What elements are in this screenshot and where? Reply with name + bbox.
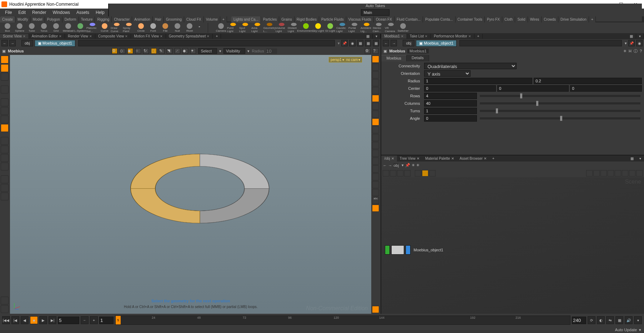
tool-icon[interactable]: ✦	[190, 48, 196, 54]
shelf-tab[interactable]: Lights and Ca...	[231, 16, 261, 22]
path-level[interactable]: obj	[393, 163, 399, 168]
pane-tab[interactable]: Take List✕	[407, 34, 431, 39]
select-mode-dropdown[interactable]: Select	[198, 48, 217, 54]
pane-options-icon[interactable]: ▦	[363, 34, 373, 39]
display-option-button[interactable]	[372, 118, 379, 125]
columns-input[interactable]	[424, 100, 477, 107]
shelf-tab[interactable]: Particles	[261, 16, 279, 22]
display-option-button[interactable]	[372, 165, 379, 173]
list-view-icon[interactable]	[383, 170, 389, 176]
nav-back-button[interactable]: ←	[1, 40, 8, 46]
pin-icon[interactable]: 📌	[628, 40, 635, 46]
center-z-input[interactable]	[570, 85, 642, 92]
network-tab[interactable]: Material Palette✕	[422, 155, 457, 162]
lasso-icon[interactable]: ○	[135, 48, 141, 54]
timeline-option-button[interactable]: 🔊	[625, 316, 633, 324]
link-icon[interactable]: ✳	[412, 163, 415, 168]
nav-back-button[interactable]: ←	[383, 163, 387, 168]
timeline-option-button[interactable]: ▾	[634, 316, 642, 324]
display-option-button[interactable]	[372, 111, 379, 118]
shelf-tab[interactable]: Texture	[79, 16, 95, 22]
shelf-tool-geometryl[interactable]: Geometry L...	[263, 23, 276, 33]
network-tool-button[interactable]	[415, 170, 421, 176]
network-tool-button[interactable]	[615, 170, 621, 176]
shelf-tool-portallight[interactable]: Portal Light	[348, 23, 361, 33]
shelf-tool-lsystem[interactable]: L-System	[74, 23, 86, 33]
network-node[interactable]: Moebius_object1	[385, 245, 443, 255]
pin-icon[interactable]: 📌	[405, 163, 410, 168]
step-back-button[interactable]: |◀	[11, 316, 19, 324]
frame-inc-button[interactable]: +	[90, 316, 98, 324]
shelf-tool-circle[interactable]: Circle	[135, 23, 147, 33]
pane-tab[interactable]: Motion FX View✕	[131, 34, 166, 39]
turns-slider[interactable]	[480, 110, 640, 112]
info-icon[interactable]: ⓘ	[634, 48, 638, 54]
radius-input[interactable]	[266, 48, 277, 54]
shelf-tool-volumelight[interactable]: Volume Light	[276, 23, 288, 33]
shelf-tab[interactable]: Grains	[279, 16, 294, 22]
goto-start-button[interactable]: |◀◀	[2, 316, 10, 324]
shelf-tool-stereocam[interactable]: Stereo Cam...	[373, 23, 385, 33]
pin-icon[interactable]: 📌	[341, 40, 348, 46]
shelf-tab[interactable]: Rigging	[95, 16, 112, 22]
link-icon[interactable]: ✳	[416, 163, 419, 168]
display-option-button[interactable]	[372, 56, 379, 63]
shelf-tool-environmen[interactable]: Environmen...	[300, 23, 312, 33]
nav-fwd-button[interactable]: →	[388, 163, 392, 168]
tool-button[interactable]	[1, 305, 9, 313]
shelf-tool-box[interactable]: Box	[1, 23, 14, 33]
pane-menu-icon[interactable]: ▾	[636, 34, 644, 39]
network-tool-button[interactable]	[600, 170, 607, 176]
angle-slider[interactable]	[480, 117, 640, 119]
arrow-tool-button[interactable]	[1, 86, 9, 93]
options-icon[interactable]: ⚙	[365, 48, 371, 54]
reload-icon[interactable]: ↻	[143, 48, 149, 54]
shelf-tab[interactable]: Fluid Contain...	[394, 16, 423, 22]
shelf-tool-ambientlig[interactable]: Ambient Lig...	[361, 23, 373, 33]
select-tool-button[interactable]	[1, 64, 9, 72]
display-icon[interactable]: ◆	[127, 48, 133, 54]
pane-options-icon[interactable]: ▦	[628, 155, 637, 162]
shelf-tab-create[interactable]: Create	[0, 16, 15, 22]
visibility-dropdown[interactable]: Visibility	[223, 48, 246, 54]
shelf-more-icon[interactable]: ▸	[196, 23, 208, 33]
display-icon[interactable]: ◇	[120, 48, 125, 54]
pane-tab-scene-view[interactable]: Scene View✕	[0, 34, 29, 39]
tool-button[interactable]	[1, 73, 9, 81]
param-tab-moebius[interactable]: Moebius	[381, 55, 407, 61]
tool-icon[interactable]: ◥	[167, 48, 172, 54]
shelf-tool-drawcurve[interactable]: Draw Curve	[111, 23, 123, 33]
play-fwd-button[interactable]: ▶	[39, 316, 47, 324]
shelf-tab[interactable]: Pyro FX	[485, 16, 502, 22]
shelf-tool-font[interactable]: Font	[147, 23, 159, 33]
pane-menu-icon[interactable]: ▾	[373, 34, 381, 39]
radius-a-input[interactable]	[424, 78, 532, 84]
display-option-button[interactable]	[372, 79, 379, 86]
menu-windows[interactable]: Windows	[50, 9, 73, 16]
shelf-tab[interactable]: Polygon	[45, 16, 62, 22]
shelf-tool-sphere[interactable]: Sphere	[14, 23, 26, 33]
search-icon[interactable]	[629, 170, 635, 176]
network-tool-button[interactable]	[593, 170, 600, 176]
view-option-icon[interactable]: ▦	[357, 40, 363, 46]
shelf-tool-gilight[interactable]: GI Light	[324, 23, 336, 33]
snap-tool-button[interactable]	[1, 154, 9, 162]
operator-name-field[interactable]: Moebius1	[407, 48, 429, 53]
snap-tool-button[interactable]	[1, 137, 9, 145]
magnet-icon[interactable]	[1, 163, 9, 170]
nav-back-button[interactable]: ←	[383, 40, 389, 46]
connectivity-dropdown[interactable]: Quadrilaterals	[424, 63, 516, 69]
shelf-tool-metaball[interactable]: Metaball	[62, 23, 74, 33]
menu-edit[interactable]: Edit	[15, 9, 29, 16]
play-back-button[interactable]: ◀	[21, 316, 29, 324]
shelf-tab[interactable]: Drive Simulation	[558, 16, 589, 22]
timeline-option-button[interactable]: ◐	[597, 316, 605, 324]
pane-tab[interactable]: Performance Monitor✕	[431, 34, 474, 39]
rows-input[interactable]	[424, 93, 477, 99]
nav-fwd-button[interactable]: →	[391, 40, 397, 46]
pane-options-icon[interactable]: ▦	[627, 34, 636, 39]
menu-assets[interactable]: Assets	[74, 9, 92, 16]
tool-button[interactable]	[1, 116, 9, 123]
help-icon[interactable]: ?	[640, 49, 642, 53]
tool-button[interactable]	[1, 184, 9, 192]
